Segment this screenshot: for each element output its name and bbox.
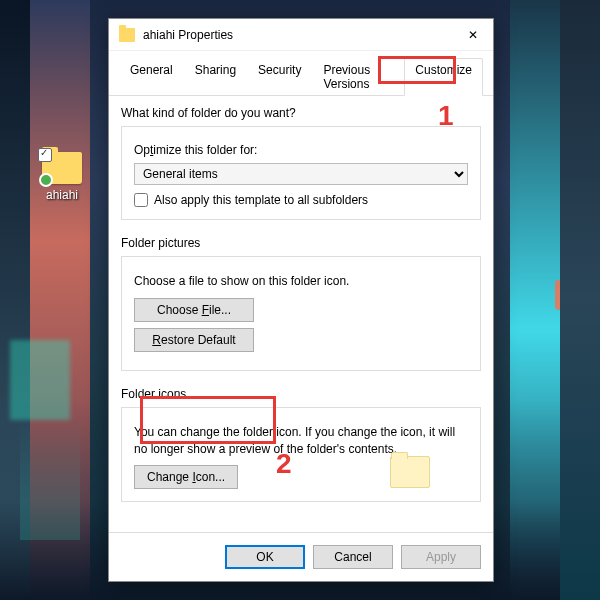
apply-subfolders-input[interactable] xyxy=(134,193,148,207)
tab-general[interactable]: General xyxy=(119,58,184,96)
group-folder-icons: Folder icons You can change the folder i… xyxy=(121,387,481,503)
cancel-button[interactable]: Cancel xyxy=(313,545,393,569)
annotation-number-1: 1 xyxy=(438,100,454,132)
dialog-footer: OK Cancel Apply xyxy=(109,532,493,581)
tab-customize[interactable]: Customize xyxy=(404,58,483,96)
window-title: ahiahi Properties xyxy=(143,28,453,42)
tab-previous-versions[interactable]: Previous Versions xyxy=(312,58,404,96)
folder-pictures-heading: Folder pictures xyxy=(121,236,481,250)
desktop-icon-label: ahiahi xyxy=(32,188,92,202)
choose-file-button[interactable]: Choose File... xyxy=(134,298,254,322)
restore-default-button[interactable]: Restore Default xyxy=(134,328,254,352)
checkbox-overlay-icon xyxy=(38,148,52,162)
folder-icons-fieldset: You can change the folder icon. If you c… xyxy=(121,407,481,503)
ok-button[interactable]: OK xyxy=(225,545,305,569)
annotation-number-2: 2 xyxy=(276,448,292,480)
properties-dialog: ahiahi Properties ✕ General Sharing Secu… xyxy=(108,18,494,582)
group-folder-pictures: Folder pictures Choose a file to show on… xyxy=(121,236,481,371)
folder-icon xyxy=(42,152,82,184)
folder-pictures-fieldset: Choose a file to show on this folder ico… xyxy=(121,256,481,371)
folder-icon xyxy=(119,28,135,42)
sync-badge-icon xyxy=(39,173,53,187)
tab-security[interactable]: Security xyxy=(247,58,312,96)
optimize-label: Optimize this folder for: xyxy=(134,143,468,157)
folder-pictures-desc: Choose a file to show on this folder ico… xyxy=(134,273,468,290)
apply-subfolders-label: Also apply this template to all subfolde… xyxy=(154,193,368,207)
folder-preview-icon xyxy=(390,456,430,488)
group-folder-kind: What kind of folder do you want? Optimiz… xyxy=(121,106,481,220)
folder-kind-heading: What kind of folder do you want? xyxy=(121,106,481,120)
close-button[interactable]: ✕ xyxy=(453,19,493,51)
tab-sharing[interactable]: Sharing xyxy=(184,58,247,96)
optimize-select[interactable]: General items xyxy=(134,163,468,185)
folder-kind-fieldset: Optimize this folder for: General items … xyxy=(121,126,481,220)
close-icon: ✕ xyxy=(468,28,478,42)
change-icon-button[interactable]: Change Icon... xyxy=(134,465,238,489)
folder-icons-heading: Folder icons xyxy=(121,387,481,401)
desktop-folder-ahiahi[interactable]: ahiahi xyxy=(32,152,92,202)
titlebar[interactable]: ahiahi Properties ✕ xyxy=(109,19,493,51)
tab-strip: General Sharing Security Previous Versio… xyxy=(109,51,493,96)
apply-subfolders-checkbox[interactable]: Also apply this template to all subfolde… xyxy=(134,193,468,207)
apply-button[interactable]: Apply xyxy=(401,545,481,569)
dialog-content: What kind of folder do you want? Optimiz… xyxy=(109,96,493,532)
folder-icons-desc: You can change the folder icon. If you c… xyxy=(134,424,468,458)
